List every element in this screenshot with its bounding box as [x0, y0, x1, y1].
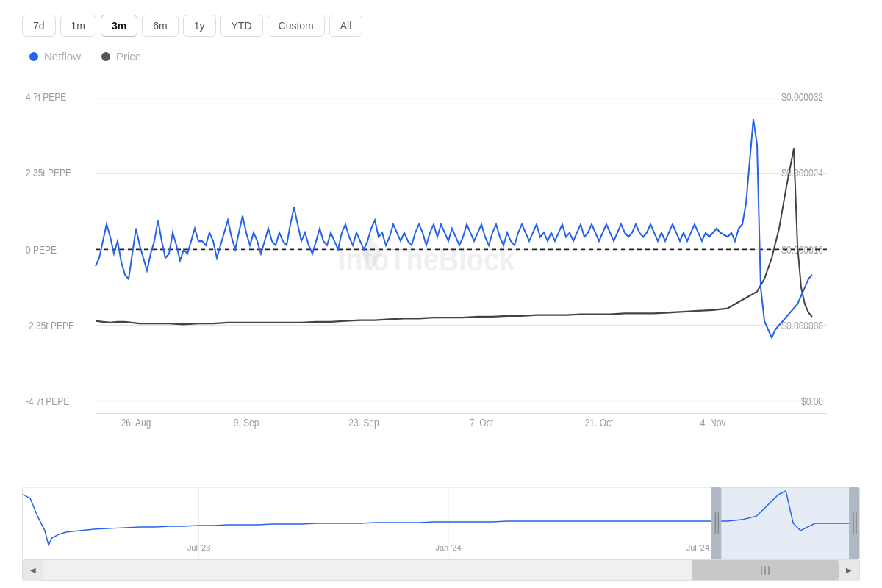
time-btn-1m[interactable]: 1m	[60, 15, 96, 37]
netflow-label: Netflow	[44, 50, 81, 62]
x-label-sep23: 23. Sep	[348, 417, 379, 429]
time-btn-7d[interactable]: 7d	[22, 15, 56, 37]
grip-line-1	[761, 566, 762, 575]
y-label-3-right: $0.000008	[781, 320, 823, 331]
scroll-thumb-grip	[761, 566, 770, 575]
mini-chart-container[interactable]: Jul '23 Jan '24 Jul '24	[22, 487, 860, 560]
legend-netflow: Netflow	[29, 50, 81, 62]
left-drag-handle[interactable]	[711, 487, 721, 559]
scroll-left-button[interactable]: ◀	[23, 560, 43, 581]
y-label-bot-right: $0.00	[801, 395, 823, 407]
grip-line-2	[764, 566, 766, 575]
x-label-oct7: 7. Oct	[470, 417, 493, 429]
main-chart-area: 4.7t PEPE 2.35t PEPE 0 PEPE -2.35t PEPE …	[22, 77, 860, 481]
time-btn-all[interactable]: All	[329, 15, 363, 37]
time-controls: 7d 1m 3m 6m 1y YTD Custom All	[22, 15, 860, 37]
y-label-2-left: 2.35t PEPE	[26, 167, 71, 179]
grip-line-3	[768, 566, 770, 575]
x-label-nov4: 4. Nov	[700, 417, 726, 429]
legend-price: Price	[101, 50, 141, 62]
time-btn-1y[interactable]: 1y	[183, 15, 216, 37]
scroll-track[interactable]	[43, 560, 839, 580]
x-label-sep9: 9. Sep	[234, 417, 259, 429]
mini-x-label-jan24: Jan '24	[435, 543, 461, 552]
main-chart-svg: 4.7t PEPE 2.35t PEPE 0 PEPE -2.35t PEPE …	[22, 77, 860, 481]
y-label-top-right: $0.000032	[781, 91, 823, 103]
x-label-aug26: 26. Aug	[121, 417, 151, 429]
time-btn-3m[interactable]: 3m	[101, 15, 137, 37]
netflow-line	[96, 119, 812, 337]
mini-x-label-jul24: Jul '24	[686, 543, 709, 552]
netflow-dot	[29, 52, 38, 61]
time-btn-custom[interactable]: Custom	[268, 15, 325, 37]
scrollbar-area[interactable]: ◀ ▶	[22, 560, 860, 581]
right-drag-handle[interactable]	[849, 487, 859, 559]
time-btn-ytd[interactable]: YTD	[220, 15, 263, 37]
y-label-mid-right: $0.000016	[781, 244, 823, 256]
scroll-thumb[interactable]	[692, 560, 839, 580]
y-label-3-left: -2.35t PEPE	[26, 320, 74, 331]
x-label-oct21: 21. Oct	[585, 417, 614, 429]
time-btn-6m[interactable]: 6m	[142, 15, 178, 37]
chart-legend: Netflow Price	[29, 50, 860, 62]
mini-chart-svg: Jul '23 Jan '24 Jul '24	[23, 487, 859, 559]
y-label-mid-left: 0 PEPE	[26, 244, 57, 256]
y-label-bot-left: -4.7t PEPE	[26, 395, 70, 407]
mini-x-label-jul23: Jul '23	[187, 543, 210, 552]
price-dot	[101, 52, 110, 61]
price-label: Price	[116, 50, 141, 62]
scroll-right-button[interactable]: ▶	[839, 560, 859, 581]
y-label-top-left: 4.7t PEPE	[26, 91, 67, 103]
chart-wrapper: 4.7t PEPE 2.35t PEPE 0 PEPE -2.35t PEPE …	[22, 77, 860, 581]
